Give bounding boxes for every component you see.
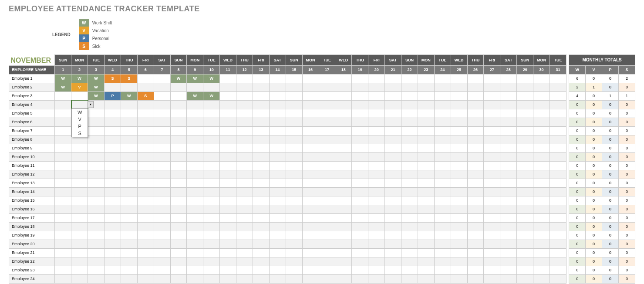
attendance-cell[interactable]: [154, 74, 170, 83]
attendance-cell[interactable]: [55, 152, 71, 161]
attendance-cell[interactable]: [55, 135, 71, 144]
attendance-cell[interactable]: [352, 240, 368, 248]
attendance-cell[interactable]: [550, 100, 566, 109]
attendance-cell[interactable]: [55, 222, 71, 231]
attendance-cell[interactable]: [203, 222, 220, 231]
attendance-cell[interactable]: [550, 231, 566, 240]
attendance-cell[interactable]: [253, 213, 269, 222]
attendance-cell[interactable]: [170, 135, 187, 144]
attendance-cell[interactable]: [484, 274, 500, 283]
attendance-cell[interactable]: [434, 213, 451, 222]
employee-name[interactable]: Employee 15: [9, 196, 55, 205]
attendance-cell[interactable]: [368, 100, 385, 109]
attendance-cell[interactable]: [451, 257, 467, 266]
attendance-cell[interactable]: [286, 187, 302, 196]
attendance-cell[interactable]: [484, 222, 500, 231]
attendance-cell[interactable]: [418, 144, 434, 152]
attendance-cell[interactable]: [500, 231, 517, 240]
attendance-cell[interactable]: [253, 91, 269, 100]
attendance-cell[interactable]: [187, 126, 203, 135]
attendance-cell[interactable]: [154, 109, 170, 118]
attendance-cell[interactable]: [533, 266, 550, 274]
attendance-cell[interactable]: [319, 144, 335, 152]
attendance-cell[interactable]: [269, 248, 286, 257]
attendance-cell[interactable]: [401, 152, 418, 161]
attendance-cell[interactable]: [302, 213, 319, 222]
attendance-cell[interactable]: [467, 205, 484, 213]
attendance-cell[interactable]: [451, 100, 467, 109]
attendance-cell[interactable]: [500, 91, 517, 100]
attendance-cell[interactable]: [236, 266, 253, 274]
attendance-cell[interactable]: [451, 144, 467, 152]
attendance-cell[interactable]: [368, 144, 385, 152]
attendance-cell[interactable]: [236, 135, 253, 144]
attendance-cell[interactable]: [500, 187, 517, 196]
attendance-cell[interactable]: [385, 231, 401, 240]
attendance-cell[interactable]: [319, 196, 335, 205]
dropdown-option[interactable]: S: [72, 130, 88, 137]
attendance-cell[interactable]: [220, 196, 236, 205]
attendance-cell[interactable]: [352, 213, 368, 222]
attendance-cell[interactable]: [550, 248, 566, 257]
attendance-cell[interactable]: [467, 187, 484, 196]
attendance-cell[interactable]: W: [88, 74, 105, 83]
attendance-cell[interactable]: [220, 257, 236, 266]
employee-name[interactable]: Employee 7: [9, 126, 55, 135]
attendance-cell[interactable]: [137, 222, 154, 231]
attendance-cell[interactable]: [484, 91, 500, 100]
attendance-cell[interactable]: [451, 170, 467, 179]
attendance-cell[interactable]: [500, 152, 517, 161]
attendance-cell[interactable]: [385, 187, 401, 196]
employee-name[interactable]: Employee 5: [9, 109, 55, 118]
attendance-cell[interactable]: [401, 240, 418, 248]
attendance-cell[interactable]: [220, 222, 236, 231]
attendance-cell[interactable]: [55, 274, 71, 283]
attendance-cell[interactable]: [253, 118, 269, 126]
attendance-cell[interactable]: [418, 266, 434, 274]
attendance-cell[interactable]: [286, 274, 302, 283]
attendance-cell[interactable]: [220, 126, 236, 135]
attendance-cell[interactable]: [220, 74, 236, 83]
attendance-cell[interactable]: [71, 240, 88, 248]
attendance-cell[interactable]: [385, 83, 401, 91]
attendance-cell[interactable]: [236, 118, 253, 126]
attendance-cell[interactable]: [418, 213, 434, 222]
attendance-cell[interactable]: [368, 213, 385, 222]
attendance-cell[interactable]: [335, 152, 352, 161]
attendance-cell[interactable]: [71, 161, 88, 170]
attendance-cell[interactable]: [286, 83, 302, 91]
attendance-cell[interactable]: [451, 179, 467, 187]
attendance-cell[interactable]: [203, 100, 220, 109]
attendance-cell[interactable]: [533, 231, 550, 240]
attendance-cell[interactable]: [302, 274, 319, 283]
attendance-cell[interactable]: [253, 109, 269, 118]
attendance-cell[interactable]: [352, 266, 368, 274]
attendance-cell[interactable]: [434, 187, 451, 196]
attendance-cell[interactable]: [236, 91, 253, 100]
attendance-cell[interactable]: [55, 205, 71, 213]
attendance-cell[interactable]: [104, 100, 121, 109]
attendance-cell[interactable]: [286, 257, 302, 266]
attendance-cell[interactable]: [121, 109, 137, 118]
attendance-cell[interactable]: [269, 152, 286, 161]
dropdown-option[interactable]: W: [72, 109, 88, 116]
employee-name[interactable]: Employee 24: [9, 274, 55, 283]
attendance-cell[interactable]: [121, 161, 137, 170]
attendance-cell[interactable]: [484, 135, 500, 144]
attendance-cell[interactable]: [154, 126, 170, 135]
attendance-cell[interactable]: [187, 248, 203, 257]
attendance-cell[interactable]: [418, 257, 434, 266]
dropdown-option[interactable]: P: [72, 123, 88, 130]
attendance-cell[interactable]: [401, 179, 418, 187]
attendance-cell[interactable]: [253, 248, 269, 257]
attendance-cell[interactable]: [253, 179, 269, 187]
attendance-cell[interactable]: [88, 135, 105, 144]
attendance-cell[interactable]: [220, 91, 236, 100]
attendance-cell[interactable]: [88, 196, 105, 205]
attendance-cell[interactable]: [434, 266, 451, 274]
attendance-cell[interactable]: [236, 187, 253, 196]
attendance-cell[interactable]: [236, 170, 253, 179]
attendance-cell[interactable]: [451, 83, 467, 91]
attendance-cell[interactable]: [517, 179, 533, 187]
attendance-cell[interactable]: [550, 257, 566, 266]
